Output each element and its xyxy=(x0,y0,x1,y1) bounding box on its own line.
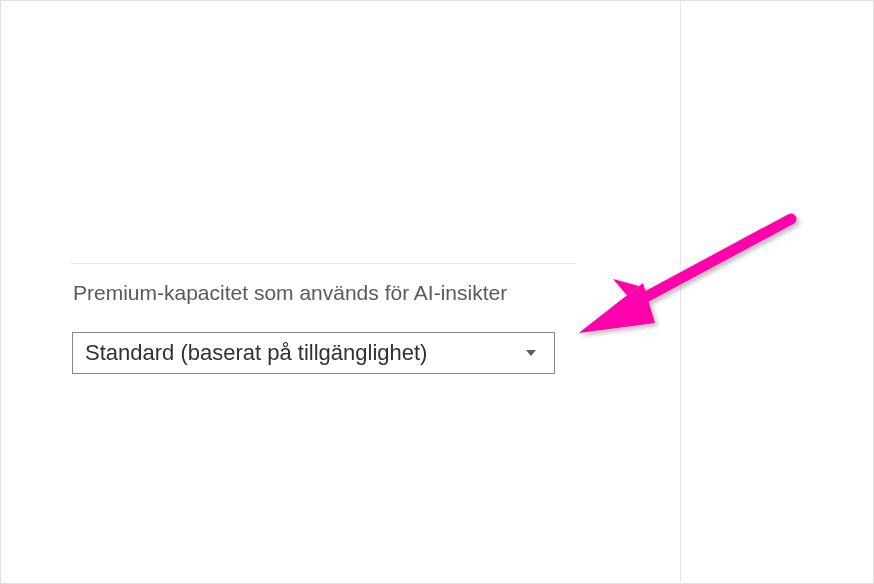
capacity-dropdown[interactable]: Standard (baserat på tillgänglighet) xyxy=(72,332,555,374)
chevron-down-icon xyxy=(526,350,536,356)
settings-panel: Premium-kapacitet som används för AI-ins… xyxy=(0,0,874,584)
section-divider xyxy=(71,263,575,264)
capacity-section-label: Premium-kapacitet som används för AI-ins… xyxy=(73,281,507,305)
settings-inner-panel: Premium-kapacitet som används för AI-ins… xyxy=(1,1,681,584)
capacity-dropdown-value: Standard (baserat på tillgänglighet) xyxy=(85,340,526,366)
